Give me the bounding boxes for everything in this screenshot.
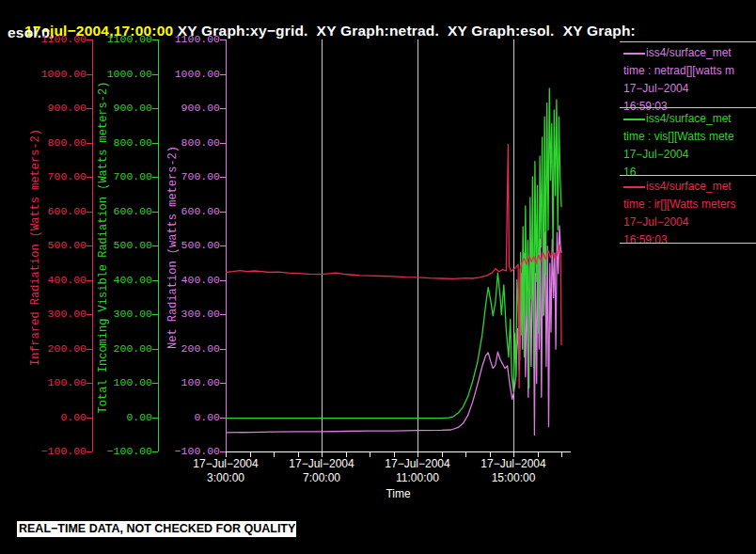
- y-tick-label-net: −100.00: [164, 446, 220, 457]
- y-tick-label-ir: 100.00: [30, 377, 87, 388]
- legend-line-sample-icon: [623, 186, 645, 188]
- y-tick-label-vis: 1000.00: [96, 69, 152, 80]
- y-axis-title-ir: Infrared Radiation (Watts meters-2): [29, 129, 42, 366]
- y-tick-label-ir: 0.00: [30, 412, 87, 423]
- y-tick-label-net: 1000.00: [164, 69, 220, 80]
- legend-entry-text: time : vis[][Watts mete: [623, 128, 756, 146]
- y-tick-mark-ir: [87, 74, 92, 75]
- y-tick-label-ir: −100.00: [30, 446, 87, 457]
- y-tick-mark-vis: [152, 212, 158, 213]
- y-tick-label-ir: 1000.00: [30, 69, 87, 80]
- y-tick-mark-vis: [152, 280, 158, 281]
- y-tick-mark-ir: [87, 245, 92, 246]
- y-tick-mark-vis: [152, 451, 158, 452]
- y-tick-mark-vis: [152, 177, 158, 178]
- y-tick-mark-ir: [87, 314, 92, 315]
- legend-entry-ir: iss4/surface_mettime : ir[][Watts meters…: [623, 178, 756, 249]
- legend-separator: [620, 41, 756, 42]
- legend-series-name: iss4/surface_met: [623, 178, 756, 196]
- y-tick-mark-ir: [87, 418, 92, 419]
- y-tick-mark-vis: [152, 418, 158, 419]
- legend-line-sample-icon: [623, 53, 645, 55]
- y-tick-label-net: 900.00: [164, 103, 220, 114]
- y-tick-mark-ir: [87, 383, 92, 384]
- legend-entry-text: 16:59:03: [623, 231, 756, 249]
- y-tick-mark-ir: [87, 177, 92, 178]
- legend-separator: [620, 243, 756, 244]
- legend-entry-text: 17−Jul−2004: [623, 146, 756, 164]
- y-tick-mark-ir: [87, 40, 92, 40]
- y-axis-line-vis: [158, 40, 159, 451]
- y-tick-label-vis: 1100.00: [96, 34, 152, 45]
- x-axis-title: Time: [370, 487, 427, 500]
- y-tick-label-ir: 900.00: [30, 103, 87, 114]
- y-tick-mark-ir: [87, 108, 92, 109]
- legend-entry-text: time : netrad[][watts m: [623, 62, 756, 80]
- xy-graph-window: 17−jul−2004,17:00:00 XY Graph:xy−grid. X…: [0, 0, 756, 554]
- y-tick-mark-vis: [152, 108, 158, 109]
- y-tick-mark-vis: [152, 40, 158, 40]
- y-tick-mark-vis: [152, 74, 158, 75]
- x-tick-date: 17−Jul−2004: [457, 457, 570, 471]
- status-text: REAL−TIME DATA, NOT CHECKED FOR QUALITY: [19, 522, 295, 535]
- legend-separator: [620, 107, 756, 108]
- y-tick-label-vis: −100.00: [96, 446, 152, 457]
- y-axis-title-vis: Total Incoming Visible Radiation (Watts …: [97, 82, 110, 414]
- legend-entry-text: 17−Jul−2004: [623, 80, 756, 98]
- legend-entry-netrad: iss4/surface_mettime : netrad[][watts m1…: [623, 44, 756, 116]
- y-axis-title-net: Net Radiation (watts meters-2): [166, 146, 180, 349]
- y-tick-mark-vis: [152, 143, 158, 144]
- y-tick-mark-ir: [87, 451, 92, 452]
- legend-separator: [620, 175, 756, 176]
- series-line-vis: [226, 88, 561, 419]
- legend-entry-vis: iss4/surface_mettime : vis[][Watts mete1…: [623, 110, 756, 182]
- y-tick-mark-ir: [87, 212, 92, 213]
- y-tick-mark-vis: [152, 349, 158, 350]
- status-bar: REAL−TIME DATA, NOT CHECKED FOR QUALITY: [17, 521, 296, 537]
- plot-area[interactable]: [226, 40, 572, 451]
- y-tick-mark-ir: [87, 143, 92, 144]
- x-tick-label: 17−Jul−200415:00:00: [457, 457, 570, 485]
- y-tick-mark-vis: [152, 383, 158, 384]
- y-axis-line-ir: [92, 40, 93, 451]
- legend-line-sample-icon: [623, 119, 645, 120]
- y-tick-label-net: 0.00: [164, 412, 220, 423]
- y-tick-label-net: 1100.00: [164, 34, 220, 45]
- y-tick-label-ir: 1100.00: [30, 34, 87, 45]
- legend-entry-text: 17−Jul−2004: [623, 214, 756, 231]
- y-tick-mark-ir: [87, 280, 92, 281]
- y-tick-label-net: 100.00: [164, 377, 220, 388]
- legend-series-name: iss4/surface_met: [623, 110, 756, 128]
- y-tick-mark-ir: [87, 349, 92, 350]
- x-tick-time: 15:00:00: [457, 471, 570, 485]
- legend-series-name: iss4/surface_met: [623, 44, 756, 62]
- y-tick-mark-vis: [152, 245, 158, 246]
- legend-entry-text: time : ir[][Watts meters: [623, 196, 756, 214]
- x-axis-line: [226, 451, 571, 452]
- y-tick-mark-vis: [152, 314, 158, 315]
